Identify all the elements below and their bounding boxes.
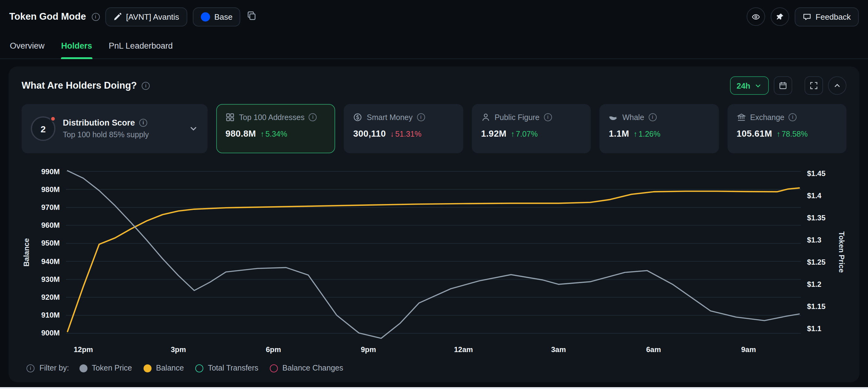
info-icon[interactable] — [142, 82, 150, 90]
stat-change: ↑1.26% — [633, 130, 660, 138]
distribution-score-badge: 2 — [31, 116, 56, 141]
tab-pnl-leaderboard[interactable]: PnL Leaderboard — [109, 33, 173, 59]
filter-option-label: Balance — [156, 364, 184, 372]
distribution-info: Distribution Score Top 100 hold 85% supp… — [63, 118, 181, 139]
stat-label: Public Figure — [495, 113, 540, 122]
plot[interactable] — [66, 164, 801, 341]
filter-option-token-price[interactable]: Token Price — [80, 364, 132, 372]
stat-value-row: 980.8M↑5.34% — [225, 129, 326, 138]
info-icon[interactable] — [648, 113, 656, 121]
x-axis-tick: 12pm — [73, 345, 93, 354]
chevron-down-icon — [754, 82, 762, 90]
filter-option-label: Balance Changes — [282, 364, 343, 372]
timeframe-select[interactable]: 24h — [730, 76, 769, 95]
arrow-up-icon: ↑ — [511, 130, 515, 138]
left-axis-tick: 990M — [41, 167, 60, 176]
filter-option-total-transfers[interactable]: Total Transfers — [195, 364, 258, 372]
arrow-up-icon: ↑ — [260, 130, 264, 138]
stat-change: ↓51.31% — [390, 130, 422, 138]
watchlist-eye-icon — [751, 12, 760, 21]
panel-header: What Are Holders Doing? 24h — [22, 76, 846, 95]
info-icon[interactable] — [788, 113, 797, 121]
distribution-title: Distribution Score — [63, 118, 135, 127]
token-name: [AVNT] Avantis — [126, 12, 179, 21]
arrow-up-icon: ↑ — [777, 130, 780, 138]
stat-label: Whale — [622, 113, 644, 122]
left-axis-tick: 900M — [41, 329, 60, 337]
filter-option-balance[interactable]: Balance — [144, 364, 184, 372]
series-line-balance — [67, 188, 799, 331]
distribution-score-card[interactable]: 2 Distribution Score Top 100 hold 85% su… — [22, 104, 208, 153]
x-axis-tick: 6pm — [266, 345, 281, 354]
stat-card-whale[interactable]: Whale1.1M↑1.26% — [599, 104, 719, 153]
chevron-down-icon[interactable] — [188, 124, 198, 134]
stat-card-smart-money[interactable]: Smart Money300,110↓51.31% — [344, 104, 463, 153]
info-icon[interactable] — [139, 119, 147, 127]
right-axis-tick: $1.3 — [807, 236, 822, 245]
right-axis-tick: $1.4 — [807, 192, 822, 200]
stat-change: ↑5.34% — [260, 130, 287, 138]
arrow-down-icon: ↓ — [390, 130, 394, 138]
chain-select-button[interactable]: Base — [193, 7, 241, 26]
panel-controls: 24h — [730, 76, 846, 95]
info-icon[interactable] — [309, 113, 317, 121]
token-select-button[interactable]: [AVNT] Avantis — [105, 7, 187, 26]
x-axis-tick: 3pm — [170, 345, 186, 354]
arrow-up-icon: ↑ — [633, 130, 638, 138]
left-axis-ticks: 990M980M970M960M950M940M930M920M910M900M — [31, 164, 66, 341]
stat-card-exchange[interactable]: Exchange105.61M↑78.58% — [727, 104, 846, 153]
edit-icon — [113, 12, 122, 21]
pin-button[interactable] — [771, 7, 789, 26]
filter-option-label: Token Price — [92, 364, 132, 372]
stat-value: 300,110 — [353, 129, 386, 138]
stat-change-pct: 78.58% — [781, 130, 808, 138]
left-axis-tick: 920M — [41, 293, 60, 301]
stat-value-row: 1.92M↑7.07% — [481, 129, 582, 138]
left-axis-tick: 930M — [41, 275, 60, 284]
left-axis-title: Balance — [22, 164, 31, 341]
watchlist-button[interactable] — [747, 7, 765, 26]
stat-change-pct: 51.31% — [395, 130, 422, 138]
right-axis-tick: $1.25 — [807, 258, 826, 266]
stat-card-top-100-addresses[interactable]: Top 100 Addresses980.8M↑5.34% — [216, 104, 335, 153]
stat-change: ↑78.58% — [777, 130, 808, 138]
left-axis-tick: 950M — [41, 239, 60, 248]
left-axis-tick: 910M — [41, 311, 60, 320]
info-icon[interactable] — [544, 113, 552, 121]
feedback-chat-icon — [803, 12, 811, 21]
info-icon[interactable] — [91, 12, 99, 21]
filter-options: Token PriceBalanceTotal TransfersBalance… — [80, 364, 343, 372]
filter-option-balance-changes[interactable]: Balance Changes — [270, 364, 343, 372]
timeframe-value: 24h — [737, 81, 750, 90]
stat-value-row: 1.1M↑1.26% — [609, 129, 709, 138]
feedback-button[interactable]: Feedback — [795, 7, 859, 26]
stat-label-row: Public Figure — [481, 112, 582, 122]
stat-label: Top 100 Addresses — [239, 113, 305, 122]
fullscreen-button[interactable] — [805, 76, 823, 95]
calendar-button[interactable] — [774, 76, 792, 95]
copy-address-button[interactable] — [247, 10, 259, 23]
tab-bar: OverviewHoldersPnL Leaderboard — [0, 33, 868, 59]
stat-label-row: Top 100 Addresses — [225, 112, 326, 122]
page-bottom-edge — [0, 387, 868, 389]
stat-card-public-figure[interactable]: Public Figure1.92M↑7.07% — [472, 104, 591, 153]
collapse-button[interactable] — [828, 76, 846, 95]
x-axis-tick: 3am — [551, 345, 566, 354]
tab-holders[interactable]: Holders — [61, 33, 92, 59]
left-axis-tick: 970M — [41, 203, 60, 212]
holders-chart: Balance 990M980M970M960M950M940M930M920M… — [22, 164, 846, 356]
person-icon — [481, 112, 490, 122]
filter-option-label: Total Transfers — [208, 364, 258, 372]
coin-icon — [353, 112, 363, 122]
chain-name: Base — [214, 12, 232, 21]
stat-value: 1.92M — [481, 129, 507, 138]
info-icon[interactable] — [417, 113, 425, 121]
radio-icon — [270, 364, 278, 372]
x-axis-tick: 6am — [646, 345, 661, 354]
right-axis-title: Token Price — [837, 164, 846, 341]
right-axis-ticks: $1.45$1.4$1.35$1.3$1.25$1.2$1.15$1.1 — [801, 164, 837, 341]
token-god-mode-app: Token God Mode [AVNT] Avantis Base Feedb… — [0, 0, 868, 389]
info-icon[interactable] — [27, 364, 34, 372]
right-axis-tick: $1.15 — [807, 302, 826, 311]
tab-overview[interactable]: Overview — [10, 33, 45, 59]
